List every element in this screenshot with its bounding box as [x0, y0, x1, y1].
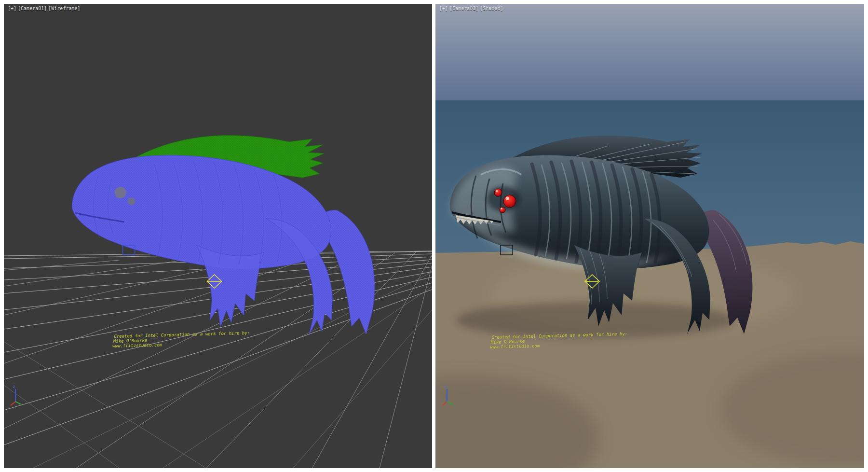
viewport-menu-general[interactable]: [+]	[8, 6, 16, 11]
viewport-canvas-shaded[interactable]: z	[435, 4, 864, 468]
viewport-menu-shading[interactable]: [Wireframe]	[48, 6, 80, 11]
viewport-menu-pov[interactable]: [Camera01]	[449, 6, 478, 11]
viewport-menu-general[interactable]: [+]	[439, 6, 448, 11]
viewport-menu-pov[interactable]: [Camera01]	[18, 6, 47, 11]
viewport-label-left: [+] [Camera01] [Wireframe]	[8, 6, 81, 11]
fish-eye-medium	[494, 189, 502, 196]
sky	[435, 4, 864, 100]
viewport-canvas-wireframe[interactable]: z	[4, 4, 432, 468]
fish-eye-large	[503, 195, 516, 208]
fish-eye-small-specular	[501, 208, 502, 209]
viewport-label-right: [+] [Camera01] [Shaded]	[439, 6, 503, 11]
viewport-menu-shading[interactable]: [Shaded]	[480, 6, 503, 11]
fish-eye-large-specular	[506, 197, 509, 200]
fish-eye-medium-specular	[496, 190, 498, 192]
fish-eye-small	[128, 197, 136, 205]
axis-z-label: z	[444, 384, 447, 389]
viewport-shaded[interactable]: [+] [Camera01] [Shaded]	[435, 4, 864, 468]
viewport-wireframe[interactable]: [+] [Camera01] [Wireframe]	[4, 4, 432, 468]
fish-eye-large	[115, 187, 126, 198]
axis-z-label: z	[13, 384, 15, 389]
fish-eye-small	[500, 207, 505, 213]
application-window: [+] [Camera01] [Wireframe]	[0, 0, 868, 472]
